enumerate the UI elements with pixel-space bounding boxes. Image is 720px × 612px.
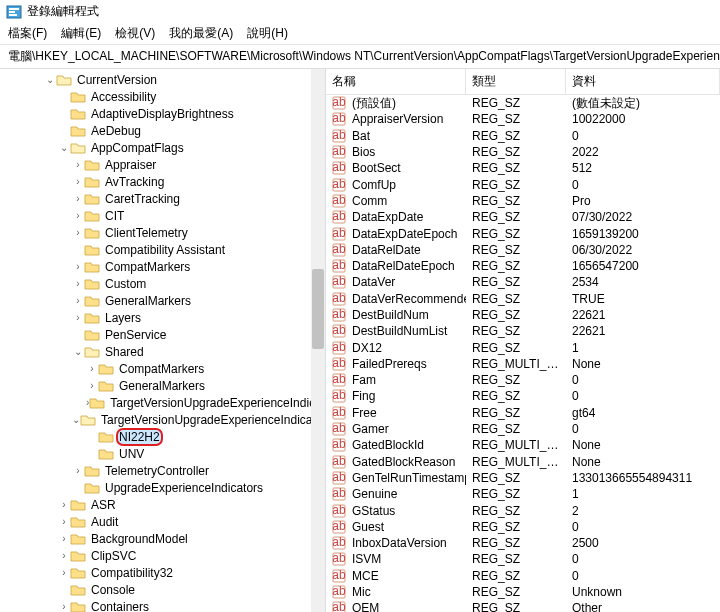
value-row[interactable]: abFreeREG_SZgt64 [326,405,720,421]
expand-icon[interactable]: › [72,278,84,289]
value-row[interactable]: abGenTelRunTimestampREG_SZ13301366555489… [326,470,720,486]
tree-scrollbar[interactable] [311,69,325,612]
tree-node[interactable]: NI22H2 [2,428,325,445]
tree-node[interactable]: ›GeneralMarkers [2,292,325,309]
expand-icon[interactable]: ⌄ [72,346,84,357]
value-row[interactable]: abFailedPrereqsREG_MULTI_SZNone [326,356,720,372]
tree-node[interactable]: ›Layers [2,309,325,326]
tree-node[interactable]: ›ASR [2,496,325,513]
tree-node[interactable]: ›BackgroundModel [2,530,325,547]
expand-icon[interactable]: ⌄ [58,142,70,153]
tree-node[interactable]: ⌄CurrentVersion [2,71,325,88]
value-row[interactable]: abGenuineREG_SZ1 [326,486,720,502]
expand-icon[interactable]: ⌄ [44,74,56,85]
expand-icon[interactable]: › [58,516,70,527]
value-row[interactable]: abGatedBlockIdREG_MULTI_SZNone [326,437,720,453]
value-row[interactable]: abISVMREG_SZ0 [326,551,720,567]
col-header-data[interactable]: 資料 [566,69,720,94]
value-row[interactable]: abBiosREG_SZ2022 [326,144,720,160]
menu-file[interactable]: 檔案(F) [8,25,47,42]
tree-node[interactable]: ›Audit [2,513,325,530]
expand-icon[interactable]: › [72,227,84,238]
tree-node[interactable]: Console [2,581,325,598]
tree-node[interactable]: ›Appraiser [2,156,325,173]
tree-node[interactable]: ›CIT [2,207,325,224]
value-row[interactable]: abDX12REG_SZ1 [326,339,720,355]
tree-node[interactable]: ⌄AppCompatFlags [2,139,325,156]
tree-node[interactable]: UNV [2,445,325,462]
tree-node[interactable]: ›CaretTracking [2,190,325,207]
value-row[interactable]: abCommREG_SZPro [326,193,720,209]
value-row[interactable]: abAppraiserVersionREG_SZ10022000 [326,111,720,127]
expand-icon[interactable]: › [72,312,84,323]
tree-node[interactable]: ›Custom [2,275,325,292]
value-row[interactable]: abGStatusREG_SZ2 [326,502,720,518]
value-row[interactable]: abBatREG_SZ0 [326,128,720,144]
col-header-type[interactable]: 類型 [466,69,566,94]
tree-node[interactable]: ›ClientTelemetry [2,224,325,241]
expand-icon[interactable]: › [72,159,84,170]
value-row[interactable]: abDestBuildNumListREG_SZ22621 [326,323,720,339]
tree-node[interactable]: ⌄Shared [2,343,325,360]
menu-help[interactable]: 說明(H) [247,25,288,42]
expand-icon[interactable]: › [72,465,84,476]
tree-node[interactable]: ›TelemetryController [2,462,325,479]
tree-node[interactable]: ›Containers [2,598,325,612]
menu-view[interactable]: 檢視(V) [115,25,155,42]
tree-node[interactable]: Compatibility Assistant [2,241,325,258]
expand-icon[interactable]: › [86,380,98,391]
expand-icon[interactable]: › [72,261,84,272]
value-row[interactable]: abDataVerRecommendedREG_SZTRUE [326,291,720,307]
tree-node[interactable]: UpgradeExperienceIndicators [2,479,325,496]
expand-icon[interactable]: › [58,499,70,510]
expand-icon[interactable]: › [72,210,84,221]
value-row[interactable]: abMCEREG_SZ0 [326,568,720,584]
menu-favorites[interactable]: 我的最愛(A) [169,25,233,42]
tree-node[interactable]: Accessibility [2,88,325,105]
value-row[interactable]: abDataRelDateEpochREG_SZ1656547200 [326,258,720,274]
expand-icon[interactable]: › [86,363,98,374]
tree-node[interactable]: ›CompatMarkers [2,258,325,275]
tree-node[interactable]: ›Compatibility32 [2,564,325,581]
tree-node[interactable]: ›TargetVersionUpgradeExperienceIndicator… [2,394,325,411]
value-row[interactable]: abGamerREG_SZ0 [326,421,720,437]
value-row[interactable]: abFamREG_SZ0 [326,372,720,388]
value-row[interactable]: abGuestREG_SZ0 [326,519,720,535]
value-row[interactable]: abDataVerREG_SZ2534 [326,274,720,290]
tree-node[interactable]: ›AvTracking [2,173,325,190]
values-pane[interactable]: 名稱 類型 資料 ab(預設值)REG_SZ(數值未設定)abAppraiser… [326,69,720,612]
tree-node[interactable]: AeDebug [2,122,325,139]
value-data: 22621 [566,324,720,338]
tree-node[interactable]: PenService [2,326,325,343]
expand-icon[interactable]: › [72,176,84,187]
expand-icon[interactable]: › [58,601,70,612]
tree-pane[interactable]: ⌄CurrentVersionAccessibilityAdaptiveDisp… [0,69,326,612]
value-row[interactable]: abMicREG_SZUnknown [326,584,720,600]
expand-icon[interactable]: › [72,193,84,204]
tree-node[interactable]: AdaptiveDisplayBrightness [2,105,325,122]
value-row[interactable]: abFingREG_SZ0 [326,388,720,404]
tree-node[interactable]: ›GeneralMarkers [2,377,325,394]
menu-edit[interactable]: 編輯(E) [61,25,101,42]
value-row[interactable]: abComfUpREG_SZ0 [326,176,720,192]
tree-scroll-thumb[interactable] [312,269,324,349]
address-bar[interactable]: 電腦\HKEY_LOCAL_MACHINE\SOFTWARE\Microsoft… [0,45,720,68]
value-row[interactable]: abDestBuildNumREG_SZ22621 [326,307,720,323]
tree-node[interactable]: ›ClipSVC [2,547,325,564]
expand-icon[interactable]: › [58,567,70,578]
expand-icon[interactable]: › [58,533,70,544]
value-row[interactable]: ab(預設值)REG_SZ(數值未設定) [326,95,720,111]
expand-icon[interactable]: › [58,550,70,561]
expand-icon[interactable]: ⌄ [72,414,80,425]
tree-node[interactable]: ›CompatMarkers [2,360,325,377]
tree-node[interactable]: ⌄TargetVersionUpgradeExperienceIndicator… [2,411,325,428]
value-row[interactable]: abDataExpDateREG_SZ07/30/2022 [326,209,720,225]
value-row[interactable]: abOEMREG_SZOther [326,600,720,612]
value-row[interactable]: abBootSectREG_SZ512 [326,160,720,176]
value-row[interactable]: abInboxDataVersionREG_SZ2500 [326,535,720,551]
value-row[interactable]: abDataRelDateREG_SZ06/30/2022 [326,242,720,258]
expand-icon[interactable]: › [72,295,84,306]
value-row[interactable]: abDataExpDateEpochREG_SZ1659139200 [326,225,720,241]
col-header-name[interactable]: 名稱 [326,69,466,94]
value-row[interactable]: abGatedBlockReasonREG_MULTI_SZNone [326,454,720,470]
